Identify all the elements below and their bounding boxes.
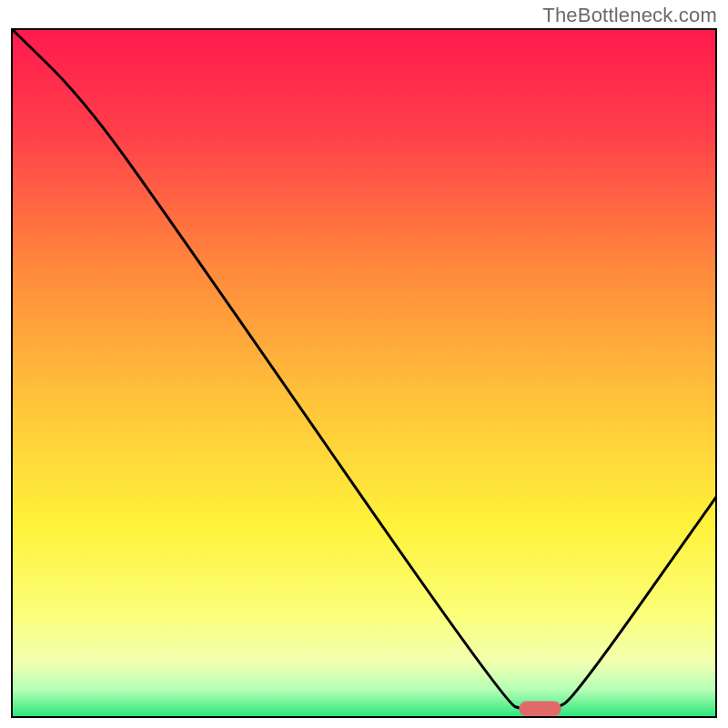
chart-container: TheBottleneck.com [0,0,728,728]
bottleneck-chart [0,0,728,728]
watermark-text: TheBottleneck.com [542,4,717,27]
optimum-marker [519,702,561,717]
gradient-background [12,29,716,717]
